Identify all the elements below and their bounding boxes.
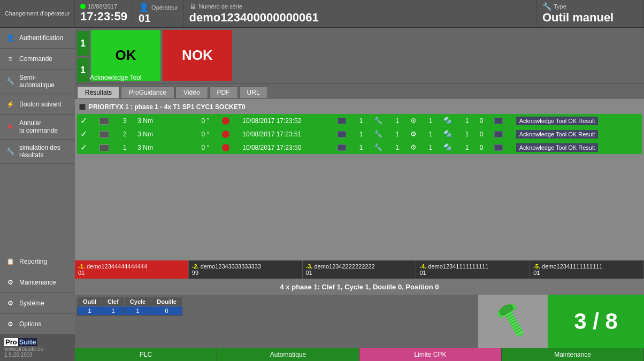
result-num-2: 1 <box>77 58 89 82</box>
serial-item[interactable]: -5. demo1234111111111101 <box>530 260 644 279</box>
prosuite-branding: ProSuite www.prosuite.eu 1.5.20.2903 <box>0 335 75 361</box>
table-row: ✓ 1 3 Nm 0 ° 10/08/2017 17:23:50 1 🔧 1 ⚙… <box>77 141 642 154</box>
person-icon: 👤 <box>4 32 16 44</box>
serial-item[interactable]: -4. demo1234111111111101 <box>416 260 530 279</box>
serial-num: -1. demo12344444444444 <box>78 263 185 270</box>
sidebar-label-simulation: simulation desrésultats <box>19 144 60 159</box>
row-red-icon <box>219 141 239 154</box>
serial-sub: 01 <box>78 270 185 276</box>
bolt-icon: ⚡ <box>4 98 16 110</box>
row-icon <box>96 141 120 154</box>
sys-icon: ⚙ <box>4 297 16 309</box>
sidebar-item-maintenance[interactable]: ⚙ Maintenance <box>0 272 75 293</box>
tool-table-header: Douille <box>151 297 182 306</box>
results-panel: PRIORITYX 1 : phase 1 - 4x T1 SP1 CYC1 S… <box>75 99 644 260</box>
sim-icon: 🔧 <box>4 145 16 157</box>
sidebar-item-commande[interactable]: ≡ Commande <box>0 49 75 70</box>
status-dot <box>80 4 86 9</box>
serial-num: -2. demo12343333333333 <box>192 263 299 270</box>
ack-cell[interactable]: Acknowledge Tool OK Result <box>513 141 642 154</box>
row-wrench-icon: 🔧 <box>371 141 393 154</box>
row-icon <box>96 127 120 141</box>
status-bar: 4 x phase 1: Clef 1, Cycle 1, Douille 0,… <box>75 279 644 295</box>
header: Changement d'opérateur 10/08/2017 17:23:… <box>0 0 644 28</box>
results-table: ✓ 3 3 Nm 0 ° 10/08/2017 17:23:52 1 🔧 1 ⚙… <box>77 114 642 154</box>
ack-cell[interactable]: Acknowledge Tool OK Result <box>513 114 642 127</box>
priority-header: PRIORITYX 1 : phase 1 - 4x T1 SP1 CYC1 S… <box>77 101 642 113</box>
ack-cell[interactable]: Acknowledge Tool OK Result <box>513 127 642 141</box>
changement-label: Changement d'opérateur <box>5 10 70 17</box>
ack-button[interactable]: Acknowledge Tool OK Result <box>516 130 599 139</box>
sidebar-label-semi-auto: Semi-automatique <box>19 74 71 89</box>
result-numbers: 1 1 <box>75 30 91 83</box>
row-v1: 1 <box>356 141 371 154</box>
row-wrench-icon: 🔧 <box>371 114 393 127</box>
serial-item[interactable]: -3. demo1234222222222201 <box>303 260 417 279</box>
priority-text: PRIORITYX 1 : phase 1 - 4x T1 SP1 CYC1 S… <box>89 103 246 111</box>
row-spacer <box>166 114 198 127</box>
row-wrench-icon: 🔧 <box>371 127 393 141</box>
report-icon: 📋 <box>4 256 16 267</box>
row-v2: 1 <box>393 114 407 127</box>
tab-proguidance[interactable]: ProGuidance <box>121 86 174 99</box>
bolt-image <box>478 295 548 348</box>
tab-resultats[interactable]: Résultats <box>77 86 120 99</box>
serial-sub: 01 <box>306 270 413 276</box>
sidebar-item-auth[interactable]: 👤 Authentification <box>0 28 75 49</box>
serial-label: 🖥 Numéro de série <box>189 2 531 11</box>
sidebar-item-boulon[interactable]: ⚡ Boulon suivant <box>0 94 75 115</box>
row-v1: 1 <box>356 114 371 127</box>
tool-table-header: Outil <box>78 297 102 306</box>
sidebar-item-systeme[interactable]: ⚙ Système <box>0 293 75 314</box>
header-operator: 👤 Opérateur 01 <box>133 0 184 27</box>
sidebar-label-boulon: Boulon suivant <box>19 101 62 108</box>
row-doc-icon <box>491 141 513 154</box>
sidebar-label-maintenance: Maintenance <box>19 279 56 286</box>
sidebar-item-options[interactable]: ⚙ Options <box>0 314 75 335</box>
bolt-svg <box>484 297 542 345</box>
header-serial: 🖥 Numéro de série demo123400000000061 <box>184 0 537 27</box>
row-v2: 1 <box>393 141 407 154</box>
row-datetime: 10/08/2017 17:23:51 <box>239 127 334 141</box>
prosuite-pro: Pro <box>4 338 18 346</box>
menu-icon: ≡ <box>4 53 16 65</box>
operator-label: 👤 Opérateur <box>139 2 178 12</box>
row-v5: 0 <box>477 127 491 141</box>
wrench-icon: 🔧 <box>4 75 16 87</box>
counter-display: 3 / 8 <box>548 295 644 348</box>
sidebar-item-reporting[interactable]: 📋 Reporting <box>0 251 75 272</box>
check-cell: ✓ <box>77 127 96 141</box>
row-datetime: 10/08/2017 17:23:52 <box>239 114 334 127</box>
row-v4: 1 <box>462 114 477 127</box>
sidebar-item-semi-auto[interactable]: 🔧 Semi-automatique <box>0 70 75 94</box>
row-num: 2 <box>120 127 134 141</box>
ok-button[interactable]: OK <box>91 30 160 81</box>
row-red-icon <box>219 127 239 141</box>
serial-item[interactable]: -2. demo1234333333333399 <box>189 260 303 279</box>
tab-pdf[interactable]: PDF <box>209 86 238 99</box>
row-spacer <box>166 127 198 141</box>
sidebar-item-simulation[interactable]: 🔧 simulation desrésultats <box>0 140 75 164</box>
svg-rect-3 <box>505 311 524 336</box>
ack-button[interactable]: Acknowledge Tool OK Result <box>516 117 599 125</box>
row-v3: 1 <box>426 127 440 141</box>
operator-value: 01 <box>139 12 178 25</box>
ack-button[interactable]: Acknowledge Tool OK Result <box>516 143 599 152</box>
row-v3: 1 <box>426 141 440 154</box>
header-logo[interactable]: Changement d'opérateur <box>0 0 75 27</box>
sidebar-label-auth: Authentification <box>19 34 63 42</box>
check-cell: ✓ <box>77 114 96 127</box>
tool-table-header: Clef <box>102 297 125 306</box>
sidebar-item-annuler[interactable]: ✖ Annulerla commande <box>0 115 75 140</box>
serial-item[interactable]: -1. demo1234444444444401 <box>75 260 189 279</box>
tab-video[interactable]: Vidéo <box>175 86 208 99</box>
prosuite-url: www.prosuite.eu <box>4 346 43 352</box>
tab-url[interactable]: URL <box>239 86 268 99</box>
row-monitor-icon <box>334 114 356 127</box>
prosuite-version: 1.5.20.2903 <box>4 352 33 358</box>
nok-button[interactable]: NOK <box>163 30 232 81</box>
bottom-left-panel: OutilClefCycleDouille1110 <box>75 295 478 348</box>
row-monitor-icon <box>334 127 356 141</box>
row-doc-icon <box>491 114 513 127</box>
tool-table-cell: 1 <box>102 306 125 316</box>
